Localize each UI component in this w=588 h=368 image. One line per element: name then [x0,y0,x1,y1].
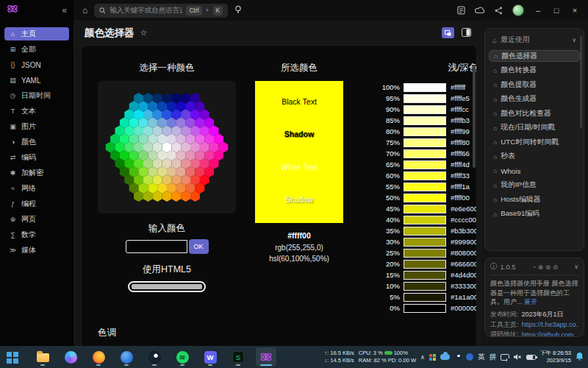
shade-swatch[interactable] [404,271,446,280]
recent-item[interactable]: ⌂颜色生成器 [489,93,580,105]
recent-item[interactable]: ⌂颜色转换器 [489,65,580,77]
recent-item[interactable]: ⌂现在/日期/时间戳 [489,122,580,134]
recent-scrollbar[interactable] [580,36,582,128]
recent-item[interactable]: ⌂颜色对比检查器 [489,107,580,119]
shade-swatch[interactable] [404,116,446,125]
minimize-button[interactable]: – [534,6,542,15]
avatar[interactable] [512,4,524,16]
recent-item[interactable]: ⌂颜色选择器 [489,50,580,62]
sidebar-item-json[interactable]: {}JSON [4,58,69,71]
panel-toggle-icon[interactable] [462,26,471,40]
tray-windows-icon[interactable] [429,354,432,357]
shade-swatch[interactable] [404,194,446,202]
sidebar-collapse-icon[interactable]: « [62,5,67,15]
sidebar-item-text[interactable]: T文本 [4,105,69,118]
html5-color-input[interactable] [128,281,206,292]
sidebar-item-yaml[interactable]: ▤YAML [4,74,69,87]
shade-swatch[interactable] [404,238,446,247]
search-input[interactable]: 输入关键字或自然语言进... Ctrl + K [94,4,228,18]
license-icon[interactable]: ⊘ [553,263,558,271]
info-chevron-down-icon[interactable]: ∨ [574,263,578,270]
shade-swatch[interactable] [404,216,446,224]
taskbar-app-spotify[interactable]: ≋ [172,347,193,367]
ime-indicator[interactable]: 拼 [489,353,496,362]
taskbar-app-blue-app[interactable] [116,347,137,367]
recent-item[interactable]: ⌂颜色提取器 [489,79,580,91]
sidebar-item-math[interactable]: ∑数学 [4,228,69,241]
taskbar-app-wave-app[interactable]: W [200,347,220,367]
taskbar-app-he3[interactable] [256,347,276,367]
taskbar-app-copilot[interactable] [60,347,81,367]
clock[interactable]: 下午 8:26:53 2023/9/15 [540,350,571,364]
ok-button[interactable]: OK [189,239,209,254]
shade-swatch[interactable] [404,227,446,236]
recent-item[interactable]: ⌂秒表 [489,151,580,163]
chevron-down-icon[interactable]: ∨ [572,37,576,43]
shade-swatch[interactable] [404,171,446,180]
bulb-icon[interactable] [234,4,242,17]
hex-color-picker[interactable] [104,90,230,205]
recent-item[interactable]: ⌂Hosts编辑器 [489,194,580,205]
expand-link[interactable]: 展开 [524,298,537,305]
shade-swatch[interactable] [404,260,446,269]
shade-swatch[interactable] [404,282,446,291]
language-indicator[interactable]: 英 [478,353,485,362]
sidebar-item-network[interactable]: ≈网络 [4,182,69,195]
taskbar-app-start[interactable] [4,347,25,367]
history-icon[interactable]: ◔ [532,263,536,271]
taskbar-app-explorer[interactable] [32,347,53,367]
touch-keyboard-icon[interactable] [501,354,509,361]
notification-bell-icon[interactable] [576,350,584,364]
speaker-muted-icon[interactable] [514,350,522,364]
info-row-link[interactable]: https://t.he3app.co... [522,321,578,328]
home-icon[interactable]: ⌂ [82,5,87,15]
sidebar-item-color[interactable]: ◑颜色 [4,135,69,149]
shade-swatch[interactable] [404,127,446,136]
share-icon[interactable] [495,7,503,15]
sidebar-item-home[interactable]: ⌂主页 [4,27,69,40]
system-stats[interactable]: CPU: 3 % 100% RAM: 82 % PD: 0.00 W [359,350,416,364]
maximize-button[interactable]: □ [552,6,561,15]
shade-swatch[interactable] [404,249,446,258]
sidebar-item-web[interactable]: ⊕网页 [4,213,69,226]
battery-icon[interactable] [526,355,536,360]
sidebar-item-crypto[interactable]: ✱加解密 [4,166,69,180]
shade-swatch[interactable] [404,105,446,114]
taskbar-app-screen-app[interactable]: S [228,347,248,367]
color-input[interactable] [126,240,187,253]
sidebar-item-encoding[interactable]: ⇄编码 [4,151,69,164]
globe-icon[interactable]: ⊕ [538,263,543,271]
notes-icon[interactable] [457,6,465,15]
close-button[interactable]: × [570,6,579,15]
favorite-star-icon[interactable]: ☆ [140,28,148,38]
recent-item[interactable]: ⌂Base91编码 [489,208,580,220]
cloud-sync-icon[interactable] [475,7,485,14]
shade-swatch[interactable] [404,138,446,147]
sidebar-item-all[interactable]: ⊞全部 [4,43,69,56]
shade-swatch[interactable] [404,205,446,213]
shade-swatch[interactable] [404,94,446,103]
recent-item[interactable]: ⌂Whois [489,165,580,177]
recent-item[interactable]: ⌂我的IP信息 [489,180,580,191]
shade-swatch[interactable] [404,293,446,302]
info-row-link[interactable]: https://github.com... [522,331,578,337]
tray-cloud-icon[interactable] [440,354,450,360]
panel-scrollbar[interactable] [473,65,476,168]
recent-item[interactable]: ⌂UTC时间转时间戳 [489,136,580,148]
shade-swatch[interactable] [404,160,446,169]
sidebar-item-media[interactable]: ≫媒体 [4,244,69,257]
shade-swatch[interactable] [404,183,446,191]
taskbar-app-steam[interactable] [144,347,165,367]
shade-swatch[interactable] [404,304,446,313]
tray-app-icon[interactable] [466,353,473,361]
mini-window-icon[interactable] [442,27,454,38]
github-icon[interactable]: ⊚ [545,263,551,271]
tray-steam-icon[interactable] [454,353,462,361]
sidebar-item-programming[interactable]: ƒ编程 [4,197,69,210]
sidebar-item-image[interactable]: ▣图片 [4,120,69,133]
sidebar-item-datetime[interactable]: ◷日期时间 [4,89,69,102]
tray-expand-icon[interactable]: ∧ [420,354,425,361]
recent-header[interactable]: ⌂ 最近使用 ∨ [487,33,581,50]
shade-swatch[interactable] [404,149,446,158]
shade-swatch[interactable] [404,83,446,92]
